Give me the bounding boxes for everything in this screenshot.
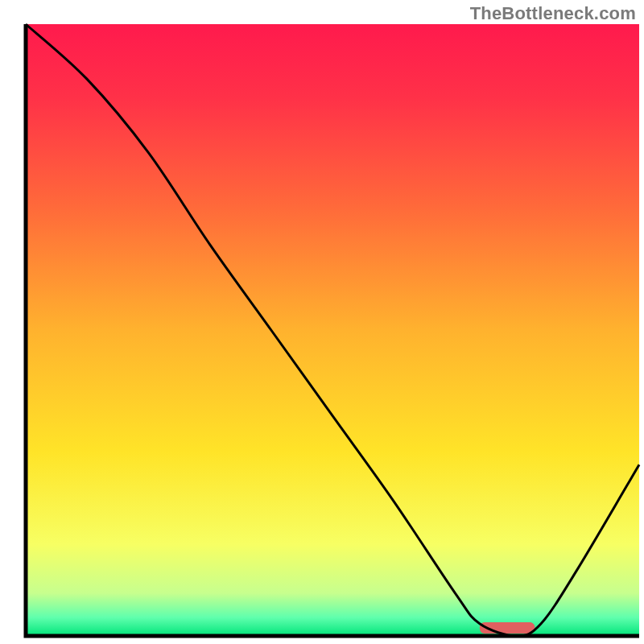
bottleneck-chart <box>0 0 644 644</box>
chart-container: TheBottleneck.com <box>0 0 644 644</box>
gradient-background <box>26 24 639 636</box>
